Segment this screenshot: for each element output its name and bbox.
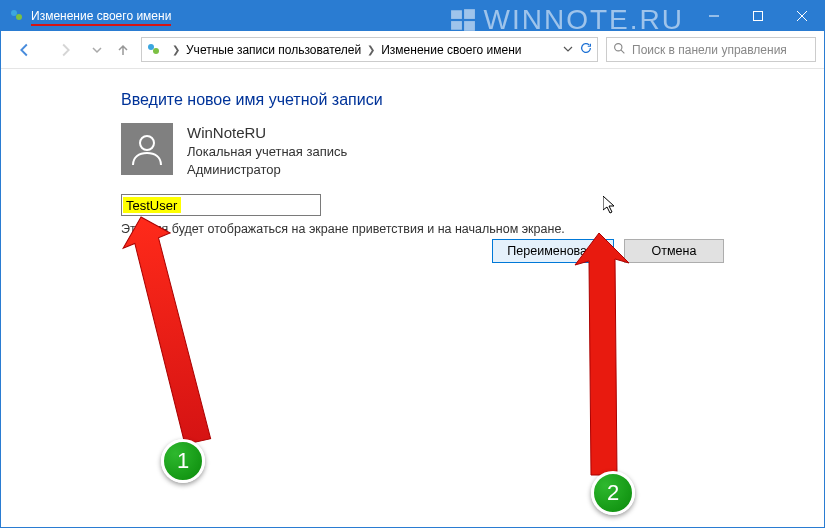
nav-forward-button[interactable] xyxy=(49,34,81,66)
window-title: Изменение своего имени xyxy=(31,9,171,23)
toolbar: ❯ Учетные записи пользователей ❯ Изменен… xyxy=(1,31,824,69)
svg-rect-7 xyxy=(754,12,763,21)
svg-rect-3 xyxy=(464,9,475,19)
svg-point-14 xyxy=(140,136,154,150)
svg-rect-4 xyxy=(451,21,462,30)
svg-line-13 xyxy=(621,50,624,53)
search-icon xyxy=(613,42,626,58)
chevron-right-icon: ❯ xyxy=(172,44,180,55)
svg-point-10 xyxy=(148,44,154,50)
refresh-icon[interactable] xyxy=(579,41,593,58)
account-role: Администратор xyxy=(187,161,347,179)
avatar xyxy=(121,123,173,175)
name-input-row xyxy=(121,194,824,216)
chevron-right-icon: ❯ xyxy=(367,44,375,55)
nav-back-button[interactable] xyxy=(9,34,41,66)
nav-up-button[interactable] xyxy=(113,34,133,66)
annotation-badge-2: 2 xyxy=(591,471,635,515)
account-info: WinNoteRU Локальная учетная запись Админ… xyxy=(187,123,347,178)
svg-point-12 xyxy=(615,43,622,50)
new-name-input[interactable] xyxy=(121,194,321,216)
breadcrumb-root-icon xyxy=(146,42,162,58)
breadcrumb-item[interactable]: Учетные записи пользователей xyxy=(186,43,361,57)
account-type: Локальная учетная запись xyxy=(187,143,347,161)
svg-point-0 xyxy=(11,10,17,16)
cancel-button[interactable]: Отмена xyxy=(624,239,724,263)
page-heading: Введите новое имя учетной записи xyxy=(121,91,824,109)
window-controls xyxy=(692,1,824,31)
minimize-button[interactable] xyxy=(692,1,736,31)
window-titlebar: Изменение своего имени WINNOTE.RU xyxy=(1,1,824,31)
breadcrumb[interactable]: ❯ Учетные записи пользователей ❯ Изменен… xyxy=(141,37,598,62)
svg-rect-5 xyxy=(464,21,475,31)
account-name: WinNoteRU xyxy=(187,123,347,143)
close-button[interactable] xyxy=(780,1,824,31)
annotation-badge-1: 1 xyxy=(161,439,205,483)
nav-dropdown-icon[interactable] xyxy=(563,43,573,57)
button-row: Переименовать Отмена xyxy=(492,239,724,263)
svg-rect-2 xyxy=(451,10,462,19)
maximize-button[interactable] xyxy=(736,1,780,31)
breadcrumb-item[interactable]: Изменение своего имени xyxy=(381,43,521,57)
rename-button[interactable]: Переименовать xyxy=(492,239,614,263)
app-icon xyxy=(9,8,25,24)
search-box[interactable] xyxy=(606,37,816,62)
account-block: WinNoteRU Локальная учетная запись Админ… xyxy=(121,123,824,178)
description-text: Это имя будет отображаться на экране при… xyxy=(121,222,824,236)
search-input[interactable] xyxy=(630,42,809,58)
content-area: Введите новое имя учетной записи WinNote… xyxy=(1,69,824,528)
svg-point-11 xyxy=(153,48,159,54)
svg-point-1 xyxy=(16,14,22,20)
nav-history-dropdown[interactable] xyxy=(89,34,105,66)
